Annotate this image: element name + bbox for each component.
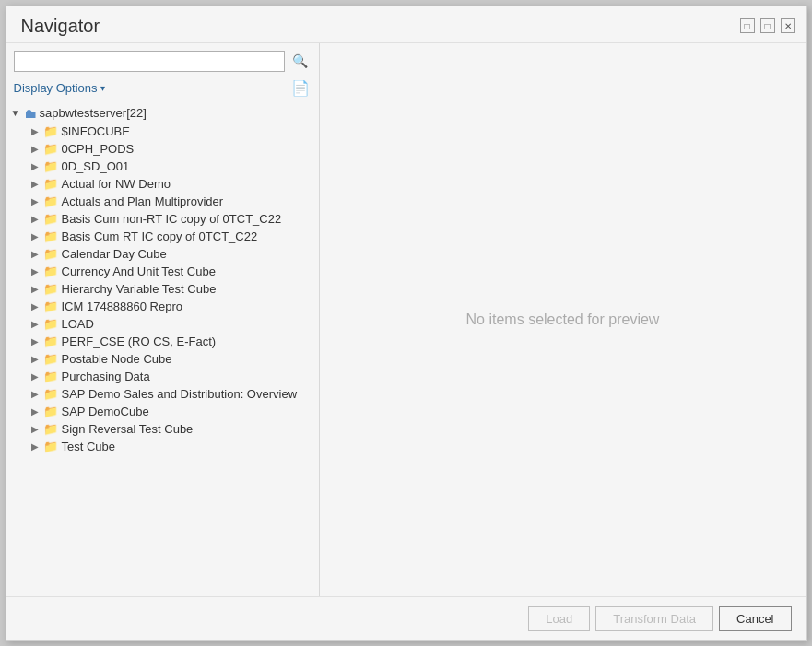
child-expand-icon: ▶ [30,266,40,276]
tree-item-label: SAP Demo Sales and Distribution: Overvie… [62,387,298,401]
preview-empty-text: No items selected for preview [466,311,660,328]
tree-item-label: Sign Reversal Test Cube [62,422,194,436]
tree-item-label: Purchasing Data [62,370,150,383]
window-controls: □ □ ✕ [740,18,795,33]
display-options-label: Display Options [14,81,98,95]
tree-child-item[interactable]: ▶📁ICM 174888860 Repro [29,298,319,315]
tree-item-label: Actual for NW Demo [62,177,171,191]
folder-icon: 📁 [43,247,58,261]
transform-button[interactable]: Transform Data [595,606,713,631]
folder-icon: 📁 [43,335,58,348]
folder-icon: 📁 [43,194,58,208]
tree-child-item[interactable]: ▶📁Sign Reversal Test Cube [29,420,319,438]
child-expand-icon: ▶ [30,161,40,171]
child-expand-icon: ▶ [30,126,40,136]
child-expand-icon: ▶ [30,371,40,382]
child-expand-icon: ▶ [30,319,40,329]
tree-child-item[interactable]: ▶📁Calendar Day Cube [29,245,319,263]
root-label: sapbwtestserver[22] [40,106,147,120]
folder-icon: 📁 [43,142,58,156]
root-expand-icon: ▼ [10,108,21,118]
tree-scroll[interactable]: ▼ 🖿 sapbwtestserver[22] ▶📁$INFOCUBE▶📁0CP… [6,104,319,596]
minimize-button[interactable]: □ [740,18,755,33]
folder-icon: 📁 [43,159,58,173]
tree-child-item[interactable]: ▶📁Actual for NW Demo [29,175,319,193]
tree-child-item[interactable]: ▶📁Actuals and Plan Multiprovider [29,193,319,210]
tree-child-item[interactable]: ▶📁Purchasing Data [29,368,319,385]
tree-item-label: PERF_CSE (RO CS, E-Fact) [62,335,217,348]
folder-icon: 📁 [43,422,58,436]
tree-item-label: $INFOCUBE [62,124,130,138]
folder-icon: 📁 [43,440,58,453]
dialog-title: Navigator [21,16,100,37]
display-options-chevron: ▾ [100,83,105,93]
child-expand-icon: ▶ [30,231,40,241]
folder-icon: 📁 [43,212,58,226]
search-button[interactable]: 🔍 [288,52,312,70]
search-input[interactable] [14,51,285,72]
folder-icon: 📁 [43,282,58,296]
child-expand-icon: ▶ [30,214,40,224]
folder-icon: 📁 [43,177,58,191]
child-expand-icon: ▶ [30,196,40,206]
title-bar: Navigator □ □ ✕ [6,6,806,42]
child-expand-icon: ▶ [30,301,40,311]
child-expand-icon: ▶ [30,389,40,399]
child-expand-icon: ▶ [30,336,40,346]
folder-icon: 📁 [43,317,58,331]
footer: Load Transform Data Cancel [6,596,806,640]
display-options-row: Display Options ▾ 📄 [6,76,319,104]
child-expand-icon: ▶ [30,144,40,154]
folder-icon: 📁 [43,300,58,313]
load-button[interactable]: Load [528,606,590,631]
folder-icon: 📁 [43,370,58,383]
tree-child-item[interactable]: ▶📁Test Cube [29,438,319,455]
search-bar: 🔍 [6,43,319,76]
tree-child-item[interactable]: ▶📁PERF_CSE (RO CS, E-Fact) [29,333,319,350]
folder-icon: 📁 [43,124,58,138]
tree-item-label: LOAD [62,317,94,331]
tree-item-label: Basis Cum non-RT IC copy of 0TCT_C22 [62,212,282,226]
tree-children: ▶📁$INFOCUBE▶📁0CPH_PODS▶📁0D_SD_O01▶📁Actua… [29,123,319,455]
tree-child-item[interactable]: ▶📁0D_SD_O01 [29,158,319,175]
child-expand-icon: ▶ [30,424,40,434]
tree-item-label: Currency And Unit Test Cube [62,264,216,278]
child-expand-icon: ▶ [30,441,40,452]
tree-root-item[interactable]: ▼ 🖿 sapbwtestserver[22] [10,104,319,123]
display-options-button[interactable]: Display Options ▾ [14,81,105,95]
tree-child-item[interactable]: ▶📁Basis Cum RT IC copy of 0TCT_C22 [29,228,319,245]
folder-icon: 📁 [43,352,58,366]
tree-item-label: Calendar Day Cube [62,247,167,261]
tree-child-item[interactable]: ▶📁Currency And Unit Test Cube [29,263,319,280]
content-area: 🔍 Display Options ▾ 📄 ▼ 🖿 sapbwt [6,42,806,596]
tree-child-item[interactable]: ▶📁$INFOCUBE [29,123,319,140]
tree-child-item[interactable]: ▶📁SAP Demo Sales and Distribution: Overv… [29,385,319,403]
tree-child-item[interactable]: ▶📁SAP DemoCube [29,403,319,420]
folder-icon: 📁 [43,405,58,418]
child-expand-icon: ▶ [30,406,40,417]
tree-item-label: Test Cube [62,440,116,453]
folder-icon: 📁 [43,387,58,401]
tree-child-item[interactable]: ▶📁Hierarchy Variable Test Cube [29,280,319,298]
navigator-dialog: Navigator □ □ ✕ 🔍 Display Options ▾ 📄 [6,6,807,641]
maximize-button[interactable]: □ [760,18,775,33]
tree-child-item[interactable]: ▶📁LOAD [29,315,319,333]
tree-item-label: 0D_SD_O01 [62,159,130,173]
view-icon-button[interactable]: 📄 [289,77,312,99]
child-expand-icon: ▶ [30,284,40,294]
tree-container: ▼ 🖿 sapbwtestserver[22] ▶📁$INFOCUBE▶📁0CP… [6,104,319,596]
tree-child-item[interactable]: ▶📁Basis Cum non-RT IC copy of 0TCT_C22 [29,210,319,228]
folder-icon: 📁 [43,264,58,278]
tree-child-item[interactable]: ▶📁0CPH_PODS [29,140,319,158]
tree-item-label: Actuals and Plan Multiprovider [62,194,224,208]
tree-child-item[interactable]: ▶📁Postable Node Cube [29,350,319,368]
tree-item-label: Postable Node Cube [62,352,172,366]
close-button[interactable]: ✕ [781,18,795,33]
server-icon: 🖿 [24,106,37,121]
tree-item-label: 0CPH_PODS [62,142,135,156]
right-panel: No items selected for preview [320,43,806,596]
tree-root: ▼ 🖿 sapbwtestserver[22] ▶📁$INFOCUBE▶📁0CP… [10,104,319,455]
left-panel: 🔍 Display Options ▾ 📄 ▼ 🖿 sapbwt [6,43,320,596]
child-expand-icon: ▶ [30,354,40,364]
cancel-button[interactable]: Cancel [719,606,791,631]
